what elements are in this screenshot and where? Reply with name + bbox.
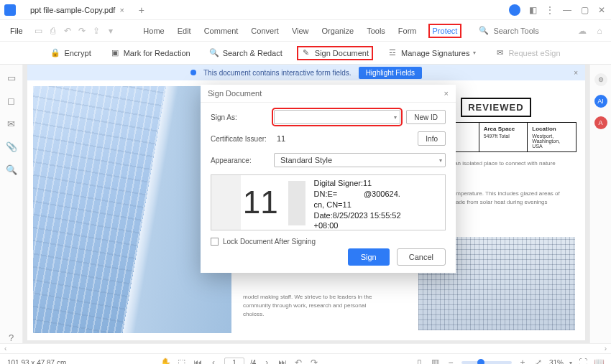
zoom-dropdown-icon[interactable]: ▾ xyxy=(569,360,572,365)
info-button[interactable]: Info xyxy=(418,131,446,146)
sign-button[interactable]: Sign xyxy=(348,248,390,266)
request-esign-button[interactable]: ✉ Request eSign xyxy=(490,46,564,60)
document-tab[interactable]: ppt file-sample-Copy.pdf × xyxy=(23,4,132,17)
translate-icon[interactable]: A xyxy=(594,116,607,129)
tab-tools[interactable]: Tools xyxy=(365,24,387,38)
print-icon[interactable]: ⎙ xyxy=(47,25,59,37)
bookmarks-icon[interactable]: ◻ xyxy=(6,95,17,106)
prev-page-icon[interactable]: ‹ xyxy=(208,358,219,364)
encrypt-button[interactable]: 🔒 Encrypt xyxy=(46,46,95,60)
window-controls: ◧ ⋮ — ▢ ✕ xyxy=(509,4,607,16)
zoom-out-icon[interactable]: − xyxy=(446,358,456,364)
horizontal-scrollbar[interactable]: ‹ › xyxy=(0,343,611,353)
settings-icon[interactable]: ⚙ xyxy=(594,73,607,86)
titlebar: ppt file-sample-Copy.pdf × + ◧ ⋮ — ▢ ✕ xyxy=(0,0,611,20)
app-logo xyxy=(4,4,16,16)
search-input[interactable] xyxy=(493,27,551,35)
comments-icon[interactable]: ✉ xyxy=(6,118,17,129)
close-window-icon[interactable]: ✕ xyxy=(597,5,607,15)
tab-home[interactable]: Home xyxy=(142,24,165,38)
fit-width-icon[interactable]: ⤢ xyxy=(533,358,543,364)
page-total: /4 xyxy=(250,359,256,365)
thumbnails-icon[interactable]: ▭ xyxy=(6,72,17,83)
zoom-slider[interactable] xyxy=(461,361,512,364)
overflow-menu-icon[interactable]: ⋮ xyxy=(545,5,555,15)
cert-issuer-value: 11 xyxy=(274,134,412,143)
tab-form[interactable]: Form xyxy=(397,24,418,38)
signature-number: 11 xyxy=(211,175,310,230)
cloud-icon[interactable]: ☁ xyxy=(576,25,588,37)
new-id-button[interactable]: New ID xyxy=(406,110,446,124)
view-controls: ▯ ▥ − + ⤢ 31% ▾ ⛶ 📖 xyxy=(414,358,604,364)
sign-as-label: Sign As: xyxy=(211,113,268,121)
fullscreen-icon[interactable]: ⛶ xyxy=(578,358,588,364)
maximize-icon[interactable]: ▢ xyxy=(579,5,589,15)
scroll-right-icon[interactable]: › xyxy=(605,345,607,353)
rotate-right-icon[interactable]: ↷ xyxy=(309,358,319,364)
search-panel-icon[interactable]: 🔍 xyxy=(6,164,17,175)
infobar-close-icon[interactable]: × xyxy=(574,69,578,77)
attachments-icon[interactable]: 📎 xyxy=(6,141,17,152)
chevron-down-icon: ▾ xyxy=(473,50,476,56)
dropdown-icon[interactable]: ▾ xyxy=(105,25,116,37)
canvas: This document contains interactive form … xyxy=(23,65,589,343)
left-sidebar: ▭ ◻ ✉ 📎 🔍 ? xyxy=(0,65,23,343)
help-icon[interactable]: ? xyxy=(6,332,17,343)
chevron-down-icon: ▾ xyxy=(439,157,442,164)
single-view-icon[interactable]: ▯ xyxy=(414,358,424,364)
file-menu[interactable]: File xyxy=(6,24,27,38)
share-icon[interactable]: ⇪ xyxy=(91,25,102,37)
manage-signatures-button[interactable]: ☲ Manage Signatures ▾ xyxy=(383,46,480,60)
highlight-fields-button[interactable]: Highlight Fields xyxy=(359,67,422,79)
select-tool-icon[interactable]: ⬚ xyxy=(177,358,187,364)
new-tab-button[interactable]: + xyxy=(139,4,144,16)
minimize-icon[interactable]: — xyxy=(562,5,572,15)
tab-convert[interactable]: Convert xyxy=(249,24,280,38)
lock-after-signing-checkbox[interactable]: Lock Document After Signing xyxy=(211,238,446,246)
dialog-title-bar: Sign Document × xyxy=(201,85,456,103)
close-tab-icon[interactable]: × xyxy=(119,6,124,14)
read-mode-icon[interactable]: 📖 xyxy=(594,358,604,364)
dialog-close-icon[interactable]: × xyxy=(444,89,449,98)
search-redact-button[interactable]: 🔍 Search & Redact xyxy=(205,46,287,60)
rotate-left-icon[interactable]: ↶ xyxy=(293,358,303,364)
statusbar: 101.93 x 47.87 cm ✋ ⬚ ⏮ ‹ 1 /4 › ⏭ ↶ ↷ ▯… xyxy=(0,353,611,364)
undo-icon[interactable]: ↶ xyxy=(62,25,73,37)
page-number-input[interactable]: 1 xyxy=(224,358,244,365)
tab-view[interactable]: View xyxy=(290,24,311,38)
signature-preview: 11 Digital Signer:11 DN:E= @300624. cn, … xyxy=(211,174,446,230)
checkbox-icon xyxy=(211,238,219,246)
notification-icon[interactable]: ◧ xyxy=(528,5,538,15)
reviewed-stamp: REVIEWED xyxy=(461,98,530,117)
mark-redaction-button[interactable]: ▣ Mark for Redaction xyxy=(106,46,195,60)
menu-tabs: Home Edit Comment Convert View Organize … xyxy=(142,24,461,38)
zoom-level: 31% xyxy=(549,359,564,365)
hand-tool-icon[interactable]: ✋ xyxy=(161,358,171,364)
infobar-text: This document contains interactive form … xyxy=(203,69,352,77)
appearance-select[interactable]: Standard Style ▾ xyxy=(274,153,446,167)
sign-as-select[interactable]: ▾ xyxy=(274,110,400,124)
tab-protect[interactable]: Protect xyxy=(428,24,462,38)
tab-comment[interactable]: Comment xyxy=(203,24,240,38)
lock-icon: 🔒 xyxy=(50,48,60,58)
tab-edit[interactable]: Edit xyxy=(176,24,193,38)
cert-issuer-label: Certificate Issuer: xyxy=(211,135,268,143)
continuous-view-icon[interactable]: ▥ xyxy=(430,358,440,364)
next-page-icon[interactable]: › xyxy=(262,358,272,364)
redo-icon[interactable]: ↷ xyxy=(76,25,88,37)
zoom-in-icon[interactable]: + xyxy=(518,358,528,364)
scroll-left-icon[interactable]: ‹ xyxy=(4,345,6,353)
cancel-button[interactable]: Cancel xyxy=(397,248,446,266)
search-tools[interactable]: 🔍 xyxy=(479,26,551,35)
user-avatar-icon[interactable] xyxy=(509,4,520,16)
menubar: File ▭ ⎙ ↶ ↷ ⇪ ▾ Home Edit Comment Conve… xyxy=(0,20,611,42)
esign-icon: ✉ xyxy=(495,48,505,58)
save-icon[interactable]: ▭ xyxy=(33,25,45,37)
home-icon[interactable]: ⌂ xyxy=(594,25,605,37)
appearance-label: Appearance: xyxy=(211,157,268,164)
last-page-icon[interactable]: ⏭ xyxy=(277,358,288,364)
sign-document-button[interactable]: ✎ Sign Document xyxy=(297,46,373,60)
tab-organize[interactable]: Organize xyxy=(321,24,356,38)
ai-tool-icon[interactable]: AI xyxy=(594,95,607,108)
first-page-icon[interactable]: ⏮ xyxy=(193,358,203,364)
